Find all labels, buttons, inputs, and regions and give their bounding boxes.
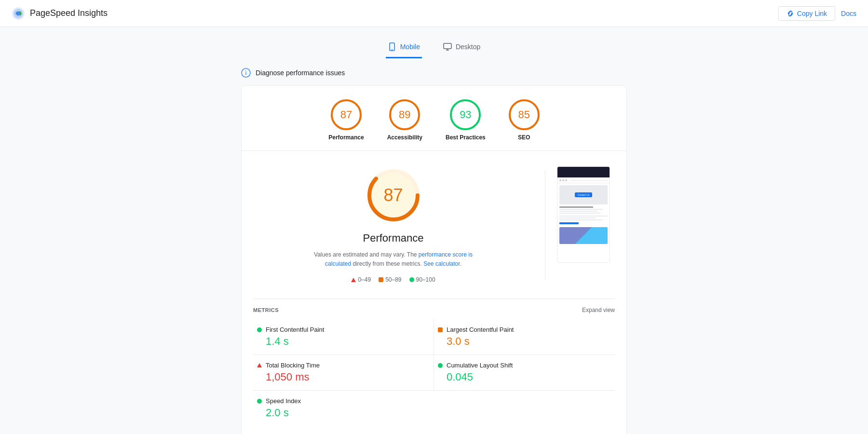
metric-si: Speed Index 2.0 s [253,391,434,426]
tab-mobile[interactable]: Mobile [386,37,422,58]
info-circle-icon [241,68,251,78]
performance-description: Values are estimated and may vary. The p… [307,250,480,269]
preview-subtext-3 [559,213,600,214]
score-label-performance: Performance [328,134,364,141]
cls-label-text: Cumulative Layout Shift [447,362,513,369]
orange-square-icon [379,277,383,282]
vertical-divider [545,170,545,279]
score-item-seo: 85 SEO [509,99,540,141]
legend-orange: 50–89 [379,276,401,283]
expand-view-button[interactable]: Expand view [582,307,615,313]
preview-nav-dot-2 [562,179,564,181]
fcp-value: 1.4 s [257,335,430,348]
tbt-value: 1,050 ms [257,371,430,383]
score-item-accessibility: 89 Accessibility [387,99,422,141]
score-circle-accessibility: 89 [389,99,420,130]
score-item-performance: 87 Performance [328,99,364,141]
score-value-best-practices: 93 [460,108,471,121]
cls-dot-icon [438,363,443,368]
si-label-text: Speed Index [266,397,301,405]
copy-link-button[interactable]: Copy Link [778,6,835,21]
mobile-icon [388,42,396,51]
score-circle-seo: 85 [509,99,540,130]
device-tabs: Mobile Desktop [19,37,849,58]
metric-tbt: Total Blocking Time 1,050 ms [253,355,434,391]
logo-area: PageSpeed Insights [12,7,108,20]
pagespeed-logo-icon [12,7,25,20]
svg-point-8 [245,71,246,72]
metrics-grid: First Contentful Paint 1.4 s Largest Con… [253,319,615,426]
site-preview-area: Contact Us [557,166,615,283]
metric-si-label: Speed Index [257,397,430,405]
score-value-accessibility: 89 [399,108,410,121]
score-legend: 0–49 50–89 90–100 [351,276,435,283]
metric-fcp-label: First Contentful Paint [257,326,430,333]
preview-hero: Contact Us [559,185,608,204]
preview-nav [557,177,610,183]
calculator-link[interactable]: See calculator. [423,260,461,267]
tab-desktop[interactable]: Desktop [441,37,482,58]
score-summary: 87 Performance 89 Accessibility 93 Best … [242,86,626,151]
score-circle-best-practices: 93 [450,99,481,130]
score-item-best-practices: 93 Best Practices [446,99,486,141]
metric-fcp: First Contentful Paint 1.4 s [253,319,434,355]
score-label-accessibility: Accessibility [387,134,422,141]
preview-heading-line [559,206,593,208]
fcp-label-text: First Contentful Paint [266,326,324,333]
metric-lcp-label: Largest Contentful Paint [438,326,611,333]
app-title: PageSpeed Insights [30,8,108,18]
performance-title: Performance [363,232,424,244]
metrics-title: METRICS [253,307,279,313]
si-dot-icon [257,399,262,404]
preview-nav-dot [559,179,561,181]
preview-line-2 [559,217,596,218]
red-triangle-icon [351,278,356,282]
preview-line-3 [559,219,603,220]
score-label-best-practices: Best Practices [446,134,486,141]
site-preview: Contact Us [557,166,610,263]
main-content: Mobile Desktop Diagnose performance issu… [0,27,868,434]
diagnose-banner: Diagnose performance issues [241,68,627,78]
metrics-section: METRICS Expand view First Contentful Pai… [242,299,626,434]
docs-link[interactable]: Docs [841,10,856,17]
legend-orange-label: 50–89 [385,276,401,283]
preview-address-bar [570,180,608,181]
performance-section: 87 Performance Values are estimated and … [242,151,626,298]
legend-red: 0–49 [351,276,371,283]
big-score-value: 87 [383,185,403,205]
tab-desktop-label: Desktop [456,43,480,51]
metric-lcp: Largest Contentful Paint 3.0 s [434,319,615,355]
desktop-icon [443,42,452,51]
cls-value: 0.045 [438,371,611,383]
preview-btn-bar [559,222,579,224]
lcp-value: 3.0 s [438,335,611,348]
svg-rect-4 [444,43,451,49]
si-value: 2.0 s [257,407,430,419]
tbt-label-text: Total Blocking Time [266,362,320,369]
preview-body: Contact Us [557,183,610,262]
legend-green-label: 90–100 [416,276,435,283]
main-card: 87 Performance 89 Accessibility 93 Best … [241,85,627,434]
preview-image-block [559,227,608,244]
metrics-header: METRICS Expand view [253,307,615,313]
copy-link-label: Copy Link [797,10,827,17]
metric-tbt-label: Total Blocking Time [257,362,430,369]
preview-subtext-2 [559,211,598,212]
header-actions: Copy Link Docs [778,6,856,21]
score-circle-performance: 87 [331,99,362,130]
preview-cta-btn: Contact Us [575,192,593,197]
link-icon [787,10,794,17]
score-value-seo: 85 [518,108,529,121]
preview-nav-dot-3 [565,179,567,181]
tbt-triangle-icon [257,363,262,367]
score-label-seo: SEO [518,134,530,141]
tab-mobile-label: Mobile [400,43,420,51]
legend-red-label: 0–49 [358,276,371,283]
preview-subtext-1 [559,209,603,210]
score-value-performance: 87 [340,108,352,121]
legend-green: 90–100 [409,276,435,283]
preview-mockup: Contact Us [557,167,610,262]
green-dot-icon [409,277,414,282]
fcp-dot-icon [257,327,262,332]
preview-header [557,167,610,177]
